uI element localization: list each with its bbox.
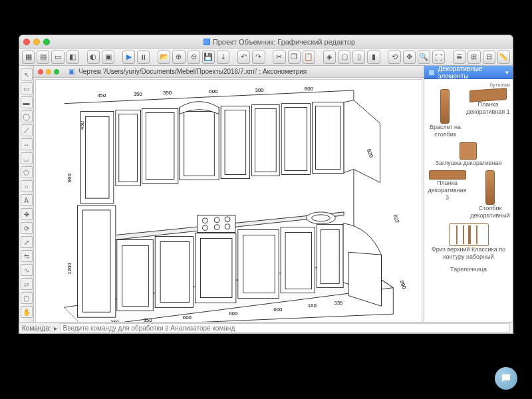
rect-select-icon[interactable]: ▢ xyxy=(21,292,33,304)
svg-marker-8 xyxy=(344,100,380,183)
close-window-button[interactable] xyxy=(23,39,30,45)
move-tool-icon[interactable]: ✥ xyxy=(21,208,33,220)
tool-play-icon[interactable]: ▶ xyxy=(122,51,135,64)
svg-text:160: 160 xyxy=(308,303,317,309)
palette-item-label: Планка декоративная 1 xyxy=(466,101,510,116)
tool-undo-icon[interactable]: ↶ xyxy=(237,51,250,64)
mirror-tool-icon[interactable]: ⇋ xyxy=(21,250,33,262)
tool-ungroup-icon[interactable]: ⊟ xyxy=(483,51,495,64)
tool-viewtop-icon[interactable]: ▢ xyxy=(338,51,350,64)
svg-text:600: 600 xyxy=(209,88,218,94)
svg-rect-10 xyxy=(85,116,109,198)
svg-rect-13 xyxy=(184,112,215,176)
tool-camera-icon[interactable]: ▣ xyxy=(102,51,114,64)
chat-bubble-button[interactable] xyxy=(495,367,517,390)
svg-text:890: 890 xyxy=(398,279,407,290)
tool-save-icon[interactable]: 💾 xyxy=(202,51,215,64)
svg-point-36 xyxy=(202,225,207,231)
palette-item[interactable]: Планка декоративная 3 xyxy=(427,170,467,219)
drawing-viewport[interactable]: 450 350 350 600 300 800 450 960 1200 920… xyxy=(35,79,422,332)
tool-panel-icon[interactable]: ▤ xyxy=(37,51,49,64)
tool-render-icon[interactable]: ◐ xyxy=(87,51,100,64)
doc-titlebar: ▣ Чертеж '/Users/yuriy/Documents/Mebel/П… xyxy=(34,66,424,78)
svg-rect-19 xyxy=(82,210,110,312)
palette-header[interactable]: Декоративные элементы ▾ xyxy=(424,66,513,79)
tool-measure-icon[interactable]: 📏 xyxy=(497,51,510,64)
svg-text:350: 350 xyxy=(163,90,172,96)
tool-viewside-icon[interactable]: ▮ xyxy=(367,51,380,64)
curve-tool-icon[interactable]: ∿ xyxy=(21,264,33,276)
tool-zoom-icon[interactable]: 🔍 xyxy=(418,51,430,64)
tool-layers-icon[interactable]: ≣ xyxy=(453,51,466,64)
rotate-tool-icon[interactable]: ⟳ xyxy=(21,222,33,234)
svg-text:622: 622 xyxy=(392,213,400,223)
box-tool-icon[interactable]: ▭ xyxy=(21,82,33,94)
palette-item-label: Тарелочница xyxy=(450,266,487,273)
palette-item[interactable]: Планка декоративная 1 xyxy=(466,89,510,138)
left-toolbar: ↖ ▭ ▬ ◯ ／ ↔ ◡ ⬠ ○ A ✥ ⟳ ⤢ ⇋ ∿ ▱ ▢ ✋ xyxy=(19,66,34,333)
svg-rect-15 xyxy=(255,109,277,172)
poly-tool-icon[interactable]: ⬠ xyxy=(21,166,33,178)
tool-redo-icon[interactable]: ↷ xyxy=(252,51,265,64)
tool-block-icon[interactable]: ◧ xyxy=(66,51,79,64)
pick-tool-icon[interactable]: ↖ xyxy=(21,68,33,80)
text-tool-icon[interactable]: A xyxy=(21,194,33,206)
svg-point-38 xyxy=(225,224,230,229)
tool-open-icon[interactable]: 📂 xyxy=(158,51,170,64)
svg-point-40 xyxy=(312,215,331,221)
palette-item[interactable]: Заглушка декоративная xyxy=(435,142,501,167)
svg-text:1200: 1200 xyxy=(66,263,72,275)
tool-wall-icon[interactable]: ▭ xyxy=(51,51,64,64)
tool-cut-icon[interactable]: ✂ xyxy=(273,51,285,64)
svg-rect-27 xyxy=(160,241,190,302)
doc-title: Чертеж '/Users/yuriy/Documents/Mebel/Про… xyxy=(78,68,307,75)
app-title: Проект Объемник: Графический редактор xyxy=(213,38,355,46)
svg-rect-14 xyxy=(225,110,246,175)
palette-item[interactable]: Фриз верхний Классика по контуру наборны… xyxy=(427,223,510,261)
svg-text:300: 300 xyxy=(255,87,265,93)
cyl-tool-icon[interactable]: ◯ xyxy=(21,110,33,122)
line-tool-icon[interactable]: ／ xyxy=(21,124,33,136)
tool-saveas-icon[interactable]: ⤓ xyxy=(217,51,229,64)
tool-pause-icon[interactable]: ⏸ xyxy=(137,51,150,64)
tool-view3d-icon[interactable]: ◈ xyxy=(323,51,336,64)
doc-max-button[interactable] xyxy=(54,69,59,74)
palette-item[interactable]: Браслет на столбик xyxy=(427,89,464,138)
tool-viewfront-icon[interactable]: ▯ xyxy=(352,51,365,64)
tool-copy-icon[interactable]: ❐ xyxy=(288,51,301,64)
content-area: ↖ ▭ ▬ ◯ ／ ↔ ◡ ⬠ ○ A ✥ ⟳ ⤢ ⇋ ∿ ▱ ▢ ✋ xyxy=(19,66,513,333)
tool-cube-icon[interactable]: ▦ xyxy=(22,51,35,64)
command-label: Команда: xyxy=(22,325,51,332)
minimize-window-button[interactable] xyxy=(33,39,40,45)
tool-group-icon[interactable]: ⊞ xyxy=(467,51,480,64)
tool-fit-icon[interactable]: ⛶ xyxy=(432,51,445,64)
tool-pan-icon[interactable]: ✥ xyxy=(403,51,416,64)
palette-item[interactable]: Столбик декоративный xyxy=(470,170,510,219)
doc-min-button[interactable] xyxy=(46,69,51,74)
frieze-thumb xyxy=(449,223,489,246)
maximize-window-button[interactable] xyxy=(43,39,50,45)
tool-rotate-icon[interactable]: ⟲ xyxy=(388,51,400,64)
hand-tool-icon[interactable]: ✋ xyxy=(21,306,33,318)
svg-rect-12 xyxy=(146,113,174,180)
svg-rect-30 xyxy=(285,233,312,289)
region-tool-icon[interactable]: ▱ xyxy=(21,278,33,290)
dim-tool-icon[interactable]: ↔ xyxy=(21,138,33,150)
arc-tool-icon[interactable]: ◡ xyxy=(21,152,33,164)
palette-item[interactable]: Тарелочница xyxy=(427,266,510,273)
svg-rect-26 xyxy=(122,245,149,306)
svg-text:350: 350 xyxy=(134,91,143,97)
svg-text:450: 450 xyxy=(79,120,85,130)
palette-body[interactable]: бутылки Браслет на столбик Планка декора… xyxy=(424,79,513,333)
circle-tool-icon[interactable]: ○ xyxy=(21,180,33,192)
tool-paste-icon[interactable]: 📋 xyxy=(303,51,315,64)
svg-text:600: 600 xyxy=(229,311,238,317)
doc-close-button[interactable] xyxy=(38,69,43,74)
panel-tool-icon[interactable]: ▬ xyxy=(21,96,33,108)
tool-remove-icon[interactable]: ⊖ xyxy=(188,51,200,64)
command-input[interactable] xyxy=(60,323,510,332)
scale-tool-icon[interactable]: ⤢ xyxy=(21,236,33,248)
svg-text:800: 800 xyxy=(305,86,314,92)
tool-add-icon[interactable]: ⊕ xyxy=(172,51,185,64)
svg-point-33 xyxy=(202,218,207,223)
